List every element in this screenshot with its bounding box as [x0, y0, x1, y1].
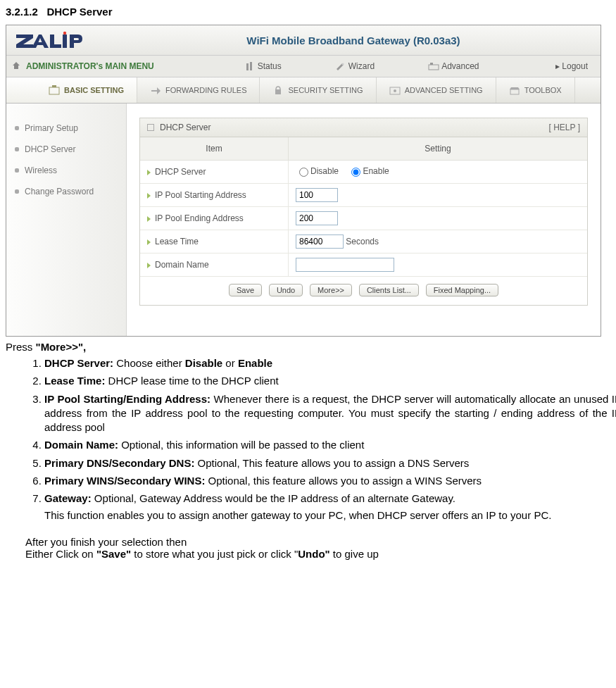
- settings-table: Item Setting DHCP Server Disable Enable …: [140, 137, 587, 277]
- input-lease-time[interactable]: [296, 234, 344, 249]
- main-content: DHCP Server [ HELP ] Item Setting DHCP S…: [127, 104, 601, 336]
- forwarding-icon: [150, 85, 161, 95]
- svg-rect-2: [246, 63, 249, 70]
- svg-point-1: [63, 32, 66, 35]
- brand-logo: [6, 30, 106, 50]
- wizard-icon: [335, 62, 345, 70]
- doc-steps-list: DHCP Server: Choose either Disable or En…: [6, 356, 616, 523]
- svg-rect-0: [63, 35, 67, 48]
- tab-basic-setting[interactable]: BASIC SETTING: [6, 77, 137, 103]
- save-button[interactable]: Save: [229, 284, 262, 296]
- doc-item-7: Gateway: Optional, Gateway Address would…: [44, 492, 616, 523]
- fixed-mapping-button[interactable]: Fixed Mapping...: [426, 284, 498, 296]
- sidebar-item-wireless[interactable]: Wireless: [6, 160, 126, 181]
- row-ip-end: IP Pool Ending Address: [140, 207, 587, 230]
- tab-security-setting[interactable]: SECURITY SETTING: [260, 77, 376, 103]
- svg-rect-5: [429, 65, 439, 70]
- router-ui-screenshot: WiFi Mobile Broadband Gateway (R0.03a3) …: [6, 25, 601, 337]
- security-icon: [272, 85, 284, 95]
- sidebar-item-change-password[interactable]: Change Password: [6, 181, 126, 202]
- status-icon: [244, 62, 254, 70]
- page-title: WiFi Mobile Broadband Gateway (R0.03a3): [106, 35, 601, 46]
- tab-advanced-setting[interactable]: ADVANCED SETTING: [377, 77, 496, 103]
- row-ip-start: IP Pool Starting Address: [140, 184, 587, 207]
- row-lease-time: Lease Time Seconds: [140, 230, 587, 254]
- top-nav: ADMINISTRATOR's MAIN MENU Status Wizard …: [6, 56, 601, 77]
- svg-rect-7: [49, 87, 59, 94]
- advanced-setting-icon: [389, 85, 401, 95]
- doc-item-3: IP Pool Starting/Ending Address: Wheneve…: [44, 392, 616, 435]
- row-dhcp-server: DHCP Server Disable Enable: [140, 161, 587, 184]
- panel-header: DHCP Server [ HELP ]: [140, 118, 587, 137]
- tab-toolbox[interactable]: TOOLBOX: [496, 77, 575, 103]
- nav-wizard[interactable]: Wizard: [322, 61, 387, 71]
- button-bar: Save Undo More>> Clients List... Fixed M…: [140, 277, 587, 305]
- admin-main-menu-label[interactable]: ADMINISTRATOR's MAIN MENU: [22, 61, 154, 71]
- doc-finish-block: After you finish your selection then Eit…: [6, 536, 616, 560]
- doc-item-4: Domain Name: Optional, this information …: [44, 438, 616, 452]
- undo-button[interactable]: Undo: [269, 284, 303, 296]
- nav-advanced[interactable]: Advanced: [415, 61, 491, 71]
- row-domain-name: Domain Name: [140, 254, 587, 277]
- tab-forwarding-rules[interactable]: FORWARDING RULES: [137, 77, 260, 103]
- panel-title: DHCP Server: [160, 123, 210, 132]
- nav-status[interactable]: Status: [232, 61, 294, 71]
- col-setting: Setting: [289, 137, 588, 161]
- tab-bar: BASIC SETTING FORWARDING RULES SECURITY …: [6, 77, 601, 104]
- sidebar-item-primary-setup[interactable]: Primary Setup: [6, 118, 126, 139]
- radio-enable[interactable]: Enable: [348, 165, 389, 177]
- radio-disable[interactable]: Disable: [296, 165, 339, 177]
- doc-item-2: Lease Time: DHCP lease time to the DHCP …: [44, 374, 616, 388]
- more-button[interactable]: More>>: [310, 284, 352, 296]
- svg-rect-8: [52, 85, 56, 87]
- home-icon: [6, 61, 22, 72]
- basic-icon: [49, 85, 60, 95]
- help-link[interactable]: [ HELP ]: [549, 123, 580, 132]
- sidebar: Primary Setup DHCP Server Wireless Chang…: [6, 104, 127, 336]
- svg-rect-9: [275, 89, 281, 94]
- col-item: Item: [140, 137, 289, 161]
- sidebar-item-dhcp-server[interactable]: DHCP Server: [6, 139, 126, 160]
- svg-point-11: [394, 89, 396, 92]
- doc-item-5: Primary DNS/Secondary DNS: Optional, Thi…: [44, 456, 616, 470]
- app-header: WiFi Mobile Broadband Gateway (R0.03a3): [6, 25, 601, 56]
- dhcp-settings-panel: DHCP Server [ HELP ] Item Setting DHCP S…: [139, 118, 588, 306]
- toolbox-icon: [509, 85, 520, 95]
- doc-item-6: Primary WINS/Secondary WINS: Optional, t…: [44, 474, 616, 488]
- section-heading: 3.2.1.2 DHCP Server: [6, 6, 616, 18]
- input-ip-end[interactable]: [296, 211, 338, 225]
- clients-list-button[interactable]: Clients List...: [359, 284, 419, 296]
- nav-logout[interactable]: ▸ Logout: [555, 61, 601, 71]
- doc-intro: Press "More>>",: [6, 341, 616, 353]
- doc-item-1: DHCP Server: Choose either Disable or En…: [44, 356, 616, 370]
- input-domain-name[interactable]: [296, 258, 394, 272]
- advanced-icon: [428, 62, 438, 70]
- input-ip-start[interactable]: [296, 188, 338, 202]
- panel-icon: [147, 124, 154, 131]
- svg-rect-12: [510, 89, 519, 94]
- svg-point-4: [341, 63, 344, 65]
- svg-rect-3: [250, 62, 252, 70]
- svg-rect-6: [430, 63, 433, 65]
